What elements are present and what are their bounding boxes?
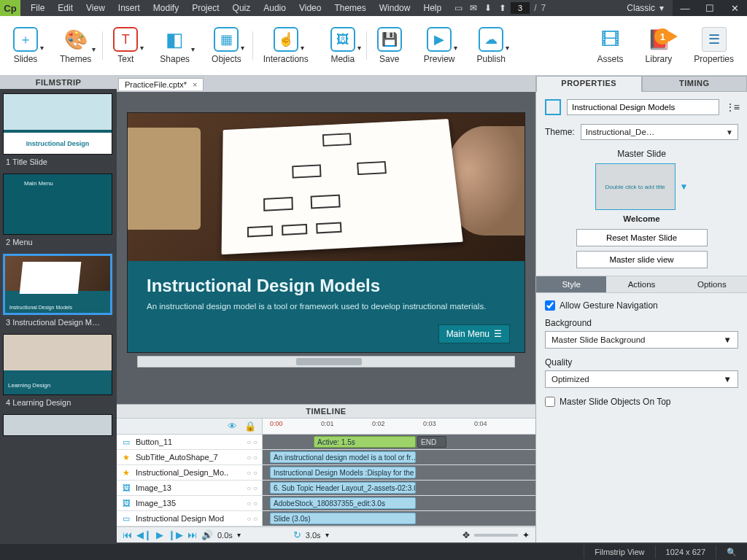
- close-tab-icon[interactable]: ×: [193, 80, 197, 89]
- slide-stage[interactable]: Instructional Design Models An instructi…: [127, 112, 525, 353]
- objects-on-top-checkbox[interactable]: [545, 397, 555, 407]
- ribbon-save[interactable]: 💾 Save: [370, 24, 409, 67]
- thumb-2[interactable]: Main Menu 2 Menu: [3, 174, 114, 246]
- toolbar-icons: ▭ ✉ ⬇ ⬆: [454, 3, 506, 13]
- timeline-row[interactable]: 🖼Image_13○ ○6. Sub Topic Header Layout_2…: [117, 481, 535, 496]
- ribbon-preview[interactable]: ▶▾ Preview: [417, 24, 462, 67]
- menu-quiz[interactable]: Quiz: [227, 1, 257, 15]
- ribbon-library[interactable]: 📕 Library 1: [638, 24, 680, 67]
- timeline-clip[interactable]: 6. Sub Topic Header Layout_2-assets-02:3…: [270, 482, 416, 494]
- row-toggles[interactable]: ○ ○: [247, 438, 262, 446]
- menu-file[interactable]: File: [25, 1, 50, 15]
- chevron-down-icon[interactable]: ▼: [680, 182, 689, 192]
- current-slide-input[interactable]: [511, 2, 530, 14]
- thumb-1[interactable]: Instructional Design 1 Title Slide: [3, 93, 114, 166]
- status-zoom-icon[interactable]: 🔍: [716, 545, 747, 559]
- tab-properties[interactable]: PROPERTIES: [536, 76, 642, 92]
- timeline-row[interactable]: ★Instructional_Design_Mo..○ ○Instruction…: [117, 465, 535, 481]
- main-menu-button[interactable]: Main Menu ☰: [438, 324, 510, 343]
- timeline-clip[interactable]: Slide (3.0s): [270, 513, 416, 524]
- allow-gesture-checkbox[interactable]: [545, 300, 555, 311]
- slide-name-input[interactable]: [567, 99, 719, 115]
- row-toggles[interactable]: ○ ○: [247, 515, 262, 523]
- stage-scrollbar[interactable]: [137, 356, 515, 368]
- scrollbar-handle[interactable]: [296, 358, 362, 365]
- menu-themes[interactable]: Themes: [328, 1, 371, 15]
- ribbon-objects[interactable]: ▦▾ Objects: [204, 24, 249, 67]
- ribbon-slides[interactable]: ＋▾ Slides: [6, 24, 45, 67]
- timeline-row[interactable]: ▭Button_11○ ○Active: 1.5sEND: [117, 435, 535, 450]
- ribbon-publish[interactable]: ☁▾ Publish: [469, 24, 512, 67]
- subtab-options[interactable]: Options: [677, 276, 747, 292]
- timeline-row[interactable]: 🖼Image_135○ ○AdobeStock_180837355_edit:3…: [117, 496, 535, 511]
- tab-timing[interactable]: TIMING: [642, 76, 748, 92]
- close-button[interactable]: ✕: [722, 0, 747, 16]
- menu-video[interactable]: Video: [293, 1, 327, 15]
- menu-view[interactable]: View: [80, 1, 111, 15]
- lock-icon[interactable]: 🔒: [244, 421, 256, 432]
- filmstrip-body[interactable]: Instructional Design 1 Title Slide Main …: [0, 89, 117, 542]
- mail-icon[interactable]: ✉: [470, 3, 477, 13]
- step-back-icon[interactable]: ◀❙: [136, 529, 152, 540]
- timeline-row[interactable]: ▭Instructional Design Mod○ ○Slide (3.0s): [117, 511, 535, 526]
- upload-icon[interactable]: ⬆: [499, 3, 506, 13]
- menu-modify[interactable]: Modify: [147, 1, 185, 15]
- maximize-button[interactable]: ☐: [697, 0, 722, 16]
- menu-insert[interactable]: Insert: [112, 1, 146, 15]
- menu-window[interactable]: Window: [374, 1, 417, 15]
- quality-dropdown[interactable]: Optimized ▼: [545, 370, 738, 388]
- zoom-in-icon[interactable]: ✦: [522, 530, 530, 540]
- menu-help[interactable]: Help: [417, 1, 447, 15]
- timeline-clip[interactable]: AdobeStock_180837355_edit:3.0s: [270, 497, 416, 509]
- audio-icon[interactable]: 🔊: [201, 529, 213, 540]
- ribbon-text[interactable]: T▾ Text: [106, 24, 145, 67]
- download-icon[interactable]: ⬇: [484, 3, 492, 13]
- panel-icon[interactable]: ▭: [454, 3, 462, 13]
- ribbon-media[interactable]: 🖼▾ Media: [323, 24, 363, 67]
- stage-folder: [128, 128, 201, 230]
- master-slide-thumb[interactable]: Double click to add title: [595, 163, 676, 210]
- zoom-slider[interactable]: [474, 534, 518, 537]
- zoom-out-icon[interactable]: ✥: [462, 530, 470, 540]
- timeline-row[interactable]: ★SubTitle_AutoShape_7○ ○An instructional…: [117, 450, 535, 465]
- panel-menu-icon[interactable]: ⋮≡: [725, 101, 738, 113]
- step-fwd-icon[interactable]: ❙▶: [168, 529, 183, 540]
- minimize-button[interactable]: —: [673, 0, 697, 16]
- subtab-style[interactable]: Style: [536, 276, 606, 292]
- ribbon-interactions[interactable]: ☝▾ Interactions: [256, 24, 316, 67]
- menubar: File Edit View Insert Modify Project Qui…: [25, 1, 447, 15]
- thumb-4[interactable]: Learning Design 4 Learning Design: [3, 334, 114, 407]
- thumb-3[interactable]: Instructional Design Models 3 Instructio…: [3, 254, 114, 327]
- row-toggles[interactable]: ○ ○: [247, 469, 262, 477]
- row-toggles[interactable]: ○ ○: [247, 499, 262, 508]
- row-toggles[interactable]: ○ ○: [247, 484, 262, 492]
- slide-type-icon: [545, 99, 561, 115]
- timeline-clip[interactable]: Active: 1.5s: [314, 436, 416, 448]
- subtab-actions[interactable]: Actions: [606, 276, 676, 292]
- play-icon[interactable]: ▶: [156, 529, 163, 540]
- ribbon-shapes[interactable]: ◧▾ Shapes: [152, 24, 197, 67]
- background-dropdown[interactable]: Master Slide Background ▼: [545, 331, 738, 349]
- layout-dropdown[interactable]: Classic ▾: [622, 1, 668, 15]
- row-toggles[interactable]: ○ ○: [247, 454, 262, 462]
- ribbon-assets[interactable]: 🎞 Assets: [590, 24, 631, 67]
- menu-audio[interactable]: Audio: [258, 1, 292, 15]
- eye-icon[interactable]: 👁: [228, 421, 237, 432]
- menu-edit[interactable]: Edit: [52, 1, 79, 15]
- loop-icon[interactable]: ↻: [293, 529, 301, 540]
- ribbon-properties[interactable]: ☰ Properties: [686, 24, 741, 67]
- stage-paper: [222, 119, 463, 254]
- timeline-ruler[interactable]: 0:00 0:01 0:02 0:03 0:04: [263, 419, 535, 434]
- menu-project[interactable]: Project: [186, 1, 225, 15]
- timeline-clip[interactable]: Instructional Design Models :Display for…: [270, 467, 416, 478]
- thumb-5[interactable]: [3, 414, 114, 436]
- ribbon-themes[interactable]: 🎨▾ Themes: [53, 24, 98, 67]
- timeline-clip[interactable]: An instructional design model is a tool …: [270, 451, 416, 463]
- skip-start-icon[interactable]: ⏮: [123, 529, 132, 540]
- master-view-button[interactable]: Master slide view: [576, 251, 708, 268]
- document-tab[interactable]: PracticeFile.cptx* ×: [118, 78, 204, 90]
- reset-master-button[interactable]: Reset Master Slide: [576, 229, 708, 246]
- skip-end-icon[interactable]: ⏭: [187, 529, 197, 540]
- theme-dropdown[interactable]: Instructional_De… ▼: [581, 124, 738, 140]
- properties-body: ⋮≡ Theme: Instructional_De… ▼ Master Sli…: [536, 92, 747, 542]
